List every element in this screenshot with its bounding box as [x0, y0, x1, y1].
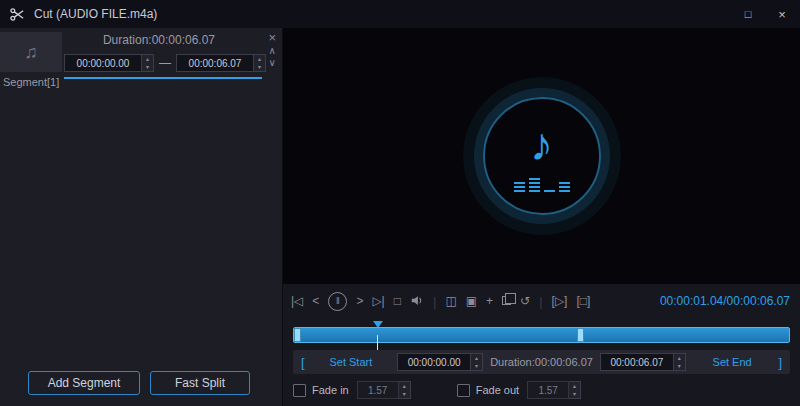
window-controls: □ × — [740, 7, 790, 22]
add-segment-button[interactable]: Add Segment — [28, 371, 140, 395]
stop-icon[interactable]: □ — [394, 295, 401, 307]
fade-in-checkbox[interactable] — [293, 384, 306, 397]
skip-start-icon[interactable]: |◁ — [291, 295, 303, 307]
split-icon[interactable]: ◫ — [445, 295, 456, 307]
audio-disc-graphic: ♪ — [483, 97, 601, 215]
step-back-icon[interactable]: < — [312, 295, 319, 307]
fade-out-stepper: ▴ ▾ — [569, 381, 581, 399]
playback-time: 00:00:01.04/00:00:06.07 — [660, 294, 792, 308]
skip-end-icon[interactable]: ▷| — [372, 295, 384, 307]
spinner-down-icon[interactable]: ▾ — [471, 362, 482, 370]
spinner-up-icon[interactable]: ▴ — [674, 354, 685, 362]
trim-controls: [ Set Start ▴ ▾ Duration:00:00:06.07 ▴ ▾… — [293, 350, 790, 374]
segment-time-range: ▴ ▾ — ▴ ▾ — [64, 54, 266, 72]
trim-start-handle[interactable] — [294, 328, 301, 342]
toolbar-separator: | — [433, 294, 436, 309]
spinner-down-icon[interactable]: ▾ — [399, 390, 410, 398]
segment-label: Segment[1] — [3, 76, 59, 88]
stop-segment-icon[interactable]: [□] — [576, 295, 590, 307]
spinner-up-icon[interactable]: ▴ — [142, 55, 153, 63]
spinner-up-icon[interactable]: ▴ — [254, 55, 265, 63]
spinner-down-icon[interactable]: ▾ — [674, 362, 685, 370]
titlebar: Cut (AUDIO FILE.m4a) □ × — [0, 0, 800, 28]
segment-end-stepper: ▴ ▾ — [254, 54, 266, 72]
segment-start-stepper: ▴ ▾ — [142, 54, 154, 72]
reset-icon[interactable]: ↺ — [520, 295, 530, 307]
frame-icon[interactable]: ▣ — [466, 295, 477, 307]
set-start-button[interactable]: Set Start — [312, 356, 391, 368]
cut-window: Cut (AUDIO FILE.m4a) □ × ♫ Duration:00:0… — [0, 0, 800, 406]
trim-start-stepper: ▴ ▾ — [471, 353, 483, 371]
volume-icon[interactable] — [410, 294, 424, 309]
trim-start-input[interactable] — [397, 353, 471, 371]
spinner-down-icon[interactable]: ▾ — [254, 63, 265, 71]
trim-end-input[interactable] — [600, 353, 674, 371]
segment-actions: Add Segment Fast Split — [28, 371, 250, 395]
step-forward-icon[interactable]: > — [356, 295, 363, 307]
segment-move-up-icon[interactable]: ∧ — [269, 45, 276, 57]
fast-split-button[interactable]: Fast Split — [150, 371, 250, 395]
segment-thumbnail[interactable]: ♫ — [0, 32, 62, 72]
spinner-up-icon[interactable]: ▴ — [399, 382, 410, 390]
add-icon[interactable]: + — [486, 295, 493, 307]
audio-preview: ♪ — [283, 28, 800, 284]
fade-controls: Fade in ▴ ▾ Fade out ▴ ▾ — [283, 374, 800, 406]
spinner-down-icon[interactable]: ▾ — [569, 390, 580, 398]
segment-duration-label: Duration:00:00:06.07 — [64, 33, 254, 47]
spinner-up-icon[interactable]: ▴ — [471, 354, 482, 362]
fade-in-stepper: ▴ ▾ — [399, 381, 411, 399]
segment-end-input[interactable] — [176, 54, 254, 72]
fade-out-input[interactable] — [527, 381, 569, 399]
segment-remove-icon[interactable]: × — [268, 30, 276, 45]
trim-end-stepper: ▴ ▾ — [674, 353, 686, 371]
scissors-icon — [10, 6, 26, 22]
range-separator: — — [159, 56, 171, 70]
copy-icon[interactable] — [502, 295, 511, 307]
trim-end-handle[interactable] — [577, 328, 584, 342]
segment-move-down-icon[interactable]: ∨ — [269, 57, 276, 69]
timeline-track[interactable] — [293, 327, 790, 343]
end-bracket: ] — [778, 355, 782, 370]
music-thumb-icon: ♫ — [24, 42, 38, 63]
pause-icon: ‖ — [336, 297, 340, 306]
segment-list-controls: × ∧ ∨ — [268, 30, 276, 69]
trim-duration-label: Duration:00:00:06.07 — [490, 356, 593, 368]
set-end-button[interactable]: Set End — [693, 356, 772, 368]
maximize-button[interactable]: □ — [740, 8, 756, 20]
close-button[interactable]: × — [774, 7, 790, 22]
music-note-icon: ♪ — [530, 121, 553, 167]
window-title: Cut (AUDIO FILE.m4a) — [34, 7, 157, 21]
segment-progress-bar — [64, 77, 262, 79]
playhead[interactable] — [373, 321, 383, 328]
fade-out-checkbox[interactable] — [457, 384, 470, 397]
segment-start-input[interactable] — [64, 54, 142, 72]
fade-in-label: Fade in — [312, 384, 349, 396]
fade-in-input[interactable] — [357, 381, 399, 399]
start-bracket: [ — [301, 355, 305, 370]
main-area: ♪ |◁ < ‖ > ▷| □ — [283, 28, 800, 406]
fade-out-label: Fade out — [476, 384, 519, 396]
pause-button[interactable]: ‖ — [328, 292, 347, 311]
spinner-down-icon[interactable]: ▾ — [142, 63, 153, 71]
equalizer-graphic — [514, 172, 570, 192]
play-segment-icon[interactable]: [▷] — [552, 295, 568, 307]
segment-panel: ♫ Duration:00:00:06.07 × ∧ ∨ ▴ ▾ — ▴ ▾ — [0, 28, 283, 406]
transport-bar: |◁ < ‖ > ▷| □ | ◫ ▣ + ↺ | [▷] [□] 00:00 — [283, 284, 800, 318]
spinner-up-icon[interactable]: ▴ — [569, 382, 580, 390]
timeline[interactable] — [283, 318, 800, 348]
toolbar-separator: | — [539, 294, 542, 309]
